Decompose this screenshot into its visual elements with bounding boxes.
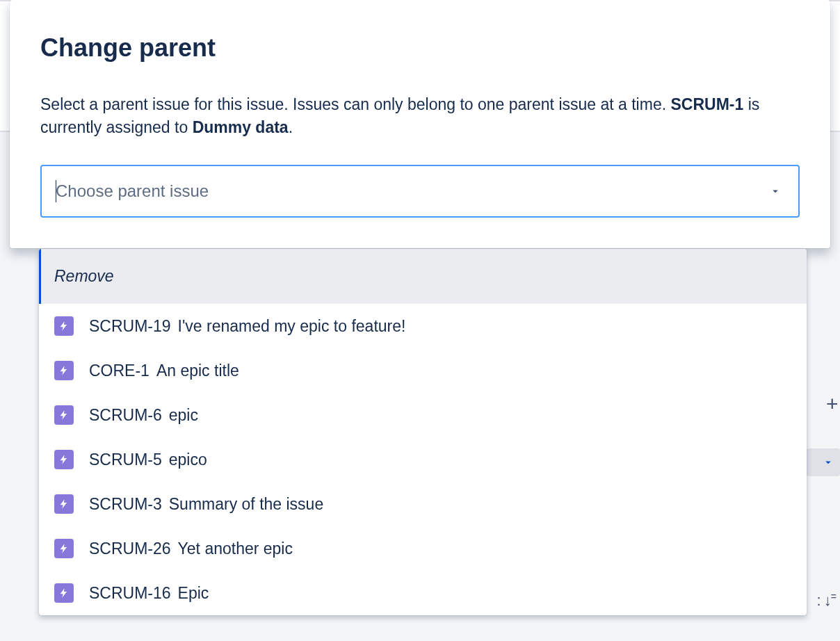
- issue-key: SCRUM-19: [89, 317, 171, 336]
- remove-label: Remove: [54, 267, 114, 286]
- text-cursor: [56, 180, 56, 202]
- option-text: SCRUM-16Epic: [89, 584, 209, 603]
- issue-title: I've renamed my epic to feature!: [178, 317, 406, 336]
- parent-issue-select[interactable]: Choose parent issue: [40, 165, 800, 218]
- option-text: CORE-1An epic title: [89, 362, 239, 380]
- option-text: SCRUM-6epic: [89, 406, 198, 425]
- dropdown-option[interactable]: SCRUM-26Yet another epic: [39, 526, 807, 571]
- option-text: SCRUM-26Yet another epic: [89, 539, 293, 558]
- select-placeholder: Choose parent issue: [56, 181, 209, 201]
- dropdown-option[interactable]: SCRUM-5epico: [39, 437, 807, 482]
- dropdown-option-remove[interactable]: Remove: [39, 249, 807, 304]
- sort-icon[interactable]: : ↓=: [817, 591, 836, 610]
- modal-title: Change parent: [40, 33, 800, 63]
- description-text: .: [289, 118, 293, 136]
- option-text: SCRUM-5epico: [89, 451, 207, 469]
- issue-key: SCRUM-5: [89, 451, 162, 469]
- issue-key: SCRUM-16: [89, 584, 171, 603]
- issue-title: Epic: [178, 584, 209, 603]
- issue-title: epico: [169, 451, 207, 469]
- issue-key: SCRUM-1: [670, 95, 743, 113]
- issue-key: SCRUM-3: [89, 495, 162, 514]
- issue-title: An epic title: [156, 362, 239, 380]
- dropdown-option[interactable]: SCRUM-3Summary of the issue: [39, 482, 807, 526]
- chevron-down-icon: [768, 184, 783, 199]
- dropdown-option[interactable]: CORE-1An epic title: [39, 348, 807, 393]
- epic-icon: [54, 539, 74, 558]
- issue-key: SCRUM-26: [89, 539, 171, 558]
- issue-key: SCRUM-6: [89, 406, 162, 425]
- epic-icon: [54, 494, 74, 514]
- modal-description: Select a parent issue for this issue. Is…: [40, 93, 800, 140]
- epic-icon: [54, 316, 74, 336]
- dropdown-option[interactable]: SCRUM-19I've renamed my epic to feature!: [39, 304, 807, 348]
- parent-issue-dropdown: Remove SCRUM-19I've renamed my epic to f…: [39, 249, 807, 615]
- option-text: SCRUM-3Summary of the issue: [89, 495, 323, 514]
- issue-title: epic: [169, 406, 198, 425]
- issue-title: Summary of the issue: [169, 495, 323, 514]
- epic-icon: [54, 361, 74, 380]
- dropdown-option[interactable]: SCRUM-6epic: [39, 393, 807, 437]
- add-icon[interactable]: +: [826, 393, 840, 414]
- issue-key: CORE-1: [89, 362, 150, 380]
- issue-title: Yet another epic: [178, 539, 293, 558]
- option-text: SCRUM-19I've renamed my epic to feature!: [89, 317, 405, 336]
- current-parent-name: Dummy data: [193, 118, 289, 136]
- background-dropdown[interactable]: [807, 448, 840, 476]
- epic-icon: [54, 405, 74, 425]
- dropdown-option[interactable]: SCRUM-16Epic: [39, 571, 807, 615]
- description-text: Select a parent issue for this issue. Is…: [40, 95, 670, 113]
- epic-icon: [54, 583, 74, 603]
- epic-icon: [54, 450, 74, 469]
- change-parent-modal: Change parent Select a parent issue for …: [10, 0, 830, 248]
